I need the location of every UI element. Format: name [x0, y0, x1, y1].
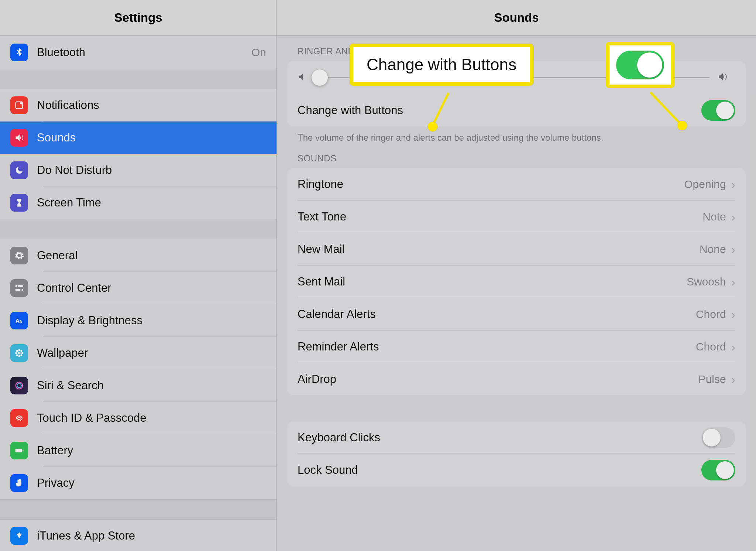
sound-row-label: New Mail — [298, 243, 700, 256]
battery-icon — [10, 442, 28, 459]
svg-point-10 — [18, 355, 20, 357]
change-with-buttons-toggle[interactable] — [701, 100, 735, 121]
sidebar-item-general[interactable]: General — [0, 239, 276, 272]
sounds-card: Ringtone Opening › Text Tone Note › New … — [287, 168, 746, 396]
sound-row-label: Text Tone — [298, 210, 702, 223]
chevron-right-icon: › — [731, 242, 735, 257]
svg-point-16 — [20, 354, 22, 356]
sound-row-sent-mail[interactable]: Sent Mail Swoosh › — [287, 266, 746, 298]
svg-point-4 — [17, 285, 18, 287]
svg-rect-3 — [16, 289, 23, 291]
sound-row-ringtone[interactable]: Ringtone Opening › — [287, 168, 746, 201]
chevron-right-icon: › — [731, 275, 735, 289]
callout-dot — [677, 121, 687, 130]
svg-point-11 — [15, 352, 17, 354]
sidebar-title: Settings — [0, 0, 276, 36]
svg-point-8 — [18, 352, 21, 355]
svg-point-5 — [20, 289, 22, 291]
sound-row-calendar-alerts[interactable]: Calendar Alerts Chord › — [287, 298, 746, 331]
speaker-high-icon — [717, 71, 728, 84]
lock-sound-label: Lock Sound — [298, 463, 701, 477]
change-with-buttons-row[interactable]: Change with Buttons — [287, 94, 746, 127]
sidebar-item-label: Touch ID & Passcode — [37, 411, 266, 425]
callout-dot — [428, 122, 437, 131]
chevron-right-icon: › — [731, 210, 735, 224]
ringer-footer-note: The volume of the ringer and alerts can … — [287, 127, 746, 143]
sidebar-item-label: General — [37, 249, 266, 262]
sound-row-label: AirDrop — [298, 373, 698, 386]
sound-row-new-mail[interactable]: New Mail None › — [287, 233, 746, 266]
sidebar-item-value: On — [251, 46, 266, 59]
text-size-icon: AA — [10, 312, 28, 329]
svg-point-14 — [20, 350, 22, 352]
chevron-right-icon: › — [731, 177, 735, 192]
settings-sidebar: Settings Bluetooth On Noti — [0, 0, 277, 551]
svg-text:A: A — [19, 319, 23, 324]
volume-slider-thumb[interactable] — [311, 69, 328, 86]
sidebar-item-bluetooth[interactable]: Bluetooth On — [0, 36, 276, 69]
sound-row-airdrop[interactable]: AirDrop Pulse › — [287, 363, 746, 396]
lock-sound-row[interactable]: Lock Sound — [287, 454, 746, 486]
chevron-right-icon: › — [731, 372, 735, 387]
hourglass-icon — [10, 194, 28, 212]
lock-sound-toggle[interactable] — [701, 460, 735, 480]
sound-row-value: Chord — [696, 340, 726, 353]
sidebar-item-privacy[interactable]: Privacy — [0, 467, 276, 499]
sound-row-value: Pulse — [698, 373, 726, 386]
change-with-buttons-label: Change with Buttons — [298, 104, 701, 117]
sidebar-item-notifications[interactable]: Notifications — [0, 89, 276, 122]
sidebar-item-label: iTunes & App Store — [37, 529, 266, 543]
hand-icon — [10, 474, 28, 492]
flower-icon — [10, 344, 28, 362]
sidebar-item-battery[interactable]: Battery — [0, 434, 276, 467]
fingerprint-icon — [10, 409, 28, 427]
app-store-icon — [10, 527, 28, 545]
detail-title: Sounds — [277, 0, 756, 36]
sidebar-item-display-brightness[interactable]: AA Display & Brightness — [0, 304, 276, 337]
section-header-sounds: SOUNDS — [287, 143, 746, 168]
sound-row-reminder-alerts[interactable]: Reminder Alerts Chord › — [287, 331, 746, 363]
sound-row-value: Opening — [684, 178, 726, 191]
sidebar-item-label: Display & Brightness — [37, 314, 266, 327]
toggles-icon — [10, 279, 28, 297]
sound-row-label: Ringtone — [298, 178, 684, 191]
svg-point-1 — [20, 102, 23, 105]
sidebar-item-sounds[interactable]: Sounds — [0, 122, 276, 154]
chevron-right-icon: › — [731, 340, 735, 354]
sidebar-item-label: Battery — [37, 444, 266, 457]
sidebar-item-screen-time[interactable]: Screen Time — [0, 186, 276, 219]
chevron-right-icon: › — [731, 307, 735, 322]
keyboard-clicks-toggle[interactable] — [701, 427, 735, 448]
svg-point-13 — [16, 350, 18, 352]
svg-rect-19 — [16, 449, 23, 452]
svg-point-15 — [16, 354, 18, 356]
sidebar-item-wallpaper[interactable]: Wallpaper — [0, 337, 276, 369]
sound-row-value: Chord — [696, 308, 726, 321]
keyboard-clicks-row[interactable]: Keyboard Clicks — [287, 421, 746, 454]
sounds-icon — [10, 129, 28, 147]
sound-row-value: None — [700, 243, 726, 256]
sidebar-item-control-center[interactable]: Control Center — [0, 272, 276, 304]
sidebar-item-label: Control Center — [37, 281, 266, 295]
sound-row-text-tone[interactable]: Text Tone Note › — [287, 201, 746, 233]
misc-sounds-card: Keyboard Clicks Lock Sound — [287, 421, 746, 486]
siri-icon — [10, 377, 28, 394]
svg-point-18 — [17, 383, 21, 388]
sidebar-item-siri-search[interactable]: Siri & Search — [0, 369, 276, 402]
gear-icon — [10, 247, 28, 264]
sidebar-item-touchid-passcode[interactable]: Touch ID & Passcode — [0, 402, 276, 434]
notifications-icon — [10, 96, 28, 114]
sidebar-item-do-not-disturb[interactable]: Do Not Disturb — [0, 154, 276, 186]
callout-toggle-icon — [616, 51, 664, 79]
sidebar-item-label: Sounds — [37, 131, 266, 144]
bluetooth-icon — [10, 44, 28, 61]
sidebar-item-label: Siri & Search — [37, 379, 266, 392]
sidebar-item-label: Privacy — [37, 476, 266, 490]
sidebar-item-label: Screen Time — [37, 196, 266, 209]
svg-point-9 — [18, 349, 20, 351]
sidebar-item-label: Do Not Disturb — [37, 164, 266, 177]
svg-rect-20 — [23, 450, 23, 452]
keyboard-clicks-label: Keyboard Clicks — [298, 431, 701, 444]
moon-icon — [10, 161, 28, 179]
sidebar-item-itunes-app-store[interactable]: iTunes & App Store — [0, 520, 276, 551]
